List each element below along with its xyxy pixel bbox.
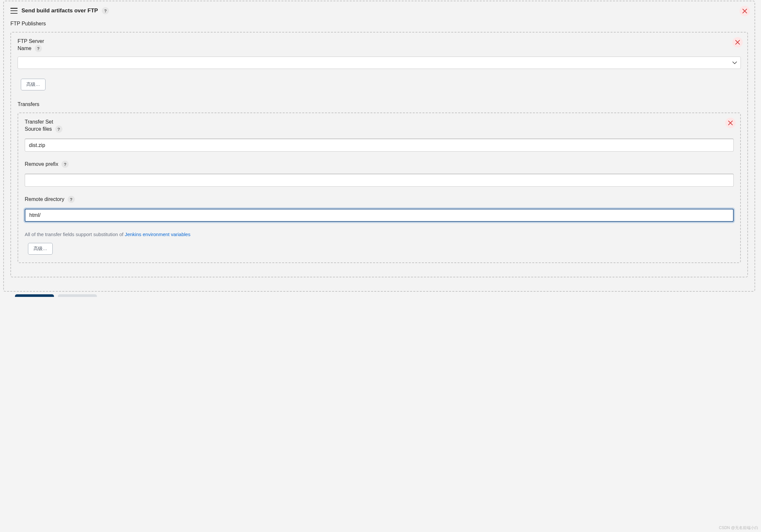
source-files-input[interactable] [25, 139, 734, 151]
help-icon[interactable]: ? [68, 196, 75, 203]
publishers-label: FTP Publishers [10, 21, 748, 27]
server-advanced-button[interactable]: 高级… [21, 79, 45, 90]
name-label-row: Name ? [18, 45, 741, 52]
remove-prefix-input[interactable] [25, 174, 734, 187]
close-icon [735, 40, 740, 44]
remote-dir-block: Remote directory ? [25, 196, 734, 231]
source-files-label: Source files [25, 126, 52, 132]
help-icon[interactable]: ? [61, 161, 69, 168]
transfers-label: Transfers [18, 101, 741, 107]
panel-header: Send build artifacts over FTP ? [10, 7, 748, 14]
ftp-publish-panel: Send build artifacts over FTP ? FTP Publ… [3, 1, 755, 292]
help-text-prefix: All of the transfer fields support subst… [25, 232, 125, 237]
source-files-row: Source files ? [25, 126, 734, 133]
server-select-wrapper [18, 57, 741, 69]
help-icon[interactable]: ? [102, 7, 109, 14]
transfers-section: Transfers Transfer Set Source files ? Re… [18, 101, 741, 263]
transfer-set-title: Transfer Set [25, 119, 734, 125]
close-panel-button[interactable] [739, 6, 750, 16]
remote-dir-row: Remote directory ? [25, 196, 734, 203]
remote-dir-label: Remote directory [25, 197, 64, 202]
remove-prefix-block: Remove prefix ? [25, 161, 734, 196]
drag-handle-icon[interactable] [10, 8, 18, 14]
transfer-advanced-button[interactable]: 高级… [28, 243, 53, 255]
remove-prefix-row: Remove prefix ? [25, 161, 734, 168]
help-icon[interactable]: ? [35, 45, 42, 52]
save-button-partial[interactable] [15, 294, 54, 297]
panel-title: Send build artifacts over FTP [22, 8, 98, 14]
close-transfer-button[interactable] [725, 118, 735, 128]
close-icon [728, 121, 733, 125]
close-icon [742, 9, 747, 13]
transfer-help-text: All of the transfer fields support subst… [25, 232, 734, 237]
apply-button-partial[interactable] [58, 294, 97, 297]
bottom-bar [15, 294, 761, 297]
remove-prefix-label: Remove prefix [25, 161, 58, 167]
server-name-select[interactable] [18, 57, 741, 69]
ftp-server-title: FTP Server [18, 38, 741, 44]
transfer-set-panel: Transfer Set Source files ? Remove prefi… [18, 112, 741, 263]
name-label: Name [18, 45, 31, 51]
source-files-block: Source files ? [25, 126, 734, 161]
help-icon[interactable]: ? [55, 126, 62, 133]
ftp-server-panel: FTP Server Name ? 高级… Transfers Transfer… [10, 32, 748, 277]
close-server-button[interactable] [732, 37, 743, 47]
jenkins-env-vars-link[interactable]: Jenkins environment variables [125, 232, 191, 237]
remote-dir-input[interactable] [25, 209, 734, 222]
